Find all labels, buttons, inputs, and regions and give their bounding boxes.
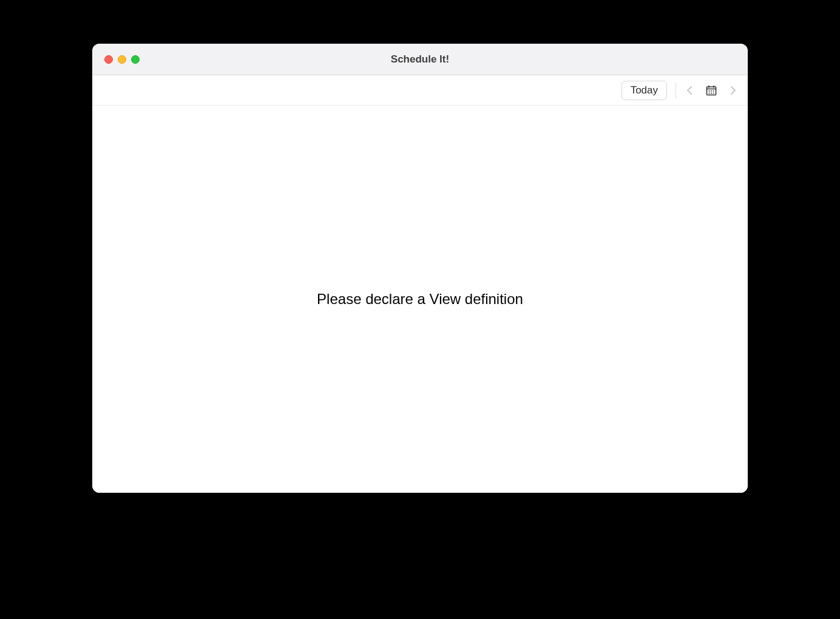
empty-state-message: Please declare a View definition <box>317 291 523 308</box>
nav-group <box>683 84 739 96</box>
chevron-right-icon[interactable] <box>727 84 739 96</box>
toolbar: Today <box>92 75 748 106</box>
svg-point-8 <box>711 92 712 93</box>
app-window: Schedule It! Today <box>92 44 748 493</box>
maximize-button[interactable] <box>131 55 140 64</box>
traffic-lights <box>92 55 140 64</box>
today-button[interactable]: Today <box>622 81 667 100</box>
calendar-icon[interactable] <box>705 84 717 96</box>
content-area: Please declare a View definition <box>92 106 748 493</box>
svg-point-5 <box>711 90 712 92</box>
svg-point-6 <box>713 90 714 92</box>
svg-point-9 <box>713 92 714 93</box>
window-title: Schedule It! <box>92 53 748 66</box>
svg-point-7 <box>709 92 710 93</box>
chevron-left-icon[interactable] <box>683 84 696 96</box>
close-button[interactable] <box>104 55 113 64</box>
titlebar: Schedule It! <box>92 44 748 75</box>
minimize-button[interactable] <box>118 55 126 64</box>
svg-point-4 <box>709 90 710 92</box>
toolbar-divider <box>676 83 676 98</box>
